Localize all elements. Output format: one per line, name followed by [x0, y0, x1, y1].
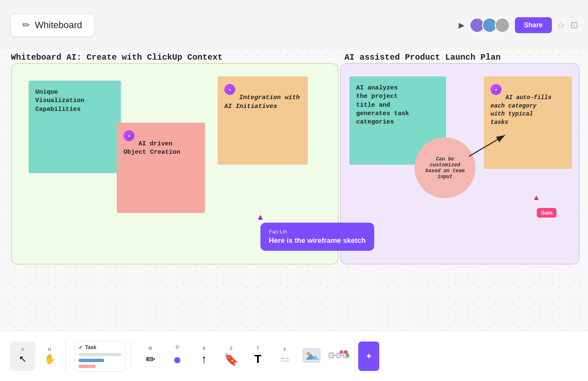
hand-icon: ✋	[44, 354, 55, 365]
cursor-pink-sam: ▲	[533, 193, 540, 202]
pen-tool[interactable]: M ✏	[138, 342, 163, 371]
hand-label: H	[48, 347, 51, 352]
sticky-text-unique: UniqueVisualizationCapabilities	[35, 89, 84, 113]
user-tooltip: Fan Lin Here is the wireframe sketch	[260, 223, 374, 251]
share-button[interactable]: Share	[515, 17, 552, 33]
svg-rect-6	[329, 353, 334, 358]
svg-point-11	[340, 350, 343, 354]
select-tool[interactable]: V ↖	[10, 342, 35, 371]
shape-tool[interactable]: O ●	[165, 342, 190, 371]
ai-icon	[491, 84, 501, 95]
shape-label: O	[176, 345, 179, 349]
avatar-group	[470, 18, 510, 33]
sticky-text-ai-driven: AI drivenObject Creation	[123, 140, 180, 156]
cursor-mode-icon: ▶	[459, 21, 465, 30]
sticky-text-integration: Integration withAI Initiatives	[224, 94, 300, 110]
arrow-tool[interactable]: A ↑	[192, 342, 217, 371]
frame-icon: ▭	[281, 354, 289, 365]
sticky-text-ai-autofills: AI auto-fillseach categorywith typicalta…	[491, 94, 551, 126]
pen-label: M	[149, 346, 152, 351]
svg-point-12	[344, 350, 347, 354]
toolbar: V ↖ H ✋ ✓ Task M ✏ O	[0, 331, 588, 381]
hand-tool[interactable]: H ✋	[37, 342, 62, 371]
sticky-icon: 🔖	[224, 352, 239, 366]
task-card-header: ✓ Task	[79, 344, 121, 350]
ai-icon	[224, 84, 235, 95]
star-icon[interactable]: ☆	[557, 20, 565, 31]
sam-label: Sam	[537, 208, 556, 218]
cursor-purple: ▲	[256, 212, 265, 222]
arrow-icon: ↑	[201, 352, 207, 366]
toolbar-task-group: ✓ Task	[69, 339, 131, 373]
shape-icon: ●	[173, 351, 182, 368]
task-tool[interactable]: ✓ Task	[73, 342, 127, 371]
sticky-tool[interactable]: S 🔖	[218, 342, 244, 371]
task-bar-3	[79, 365, 96, 368]
right-section-label: AI assisted Product Launch Plan	[344, 53, 501, 62]
frame-tool[interactable]: F ▭	[272, 342, 297, 371]
toolbar-select-group: V ↖ H ✋	[7, 339, 66, 373]
media-icon	[302, 348, 321, 365]
header-right: ▶ Share ☆ ⊡	[459, 17, 578, 33]
sticky-label: S	[230, 346, 233, 351]
ai-icon	[123, 130, 134, 141]
sticky-note-teal-left[interactable]: UniqueVisualizationCapabilities	[29, 81, 121, 173]
ai-sparkle-icon: ✦	[365, 351, 373, 361]
ai-tool-button[interactable]: ✦	[358, 342, 379, 371]
task-bar-1	[79, 353, 121, 356]
task-label: Task	[85, 344, 96, 350]
text-tool[interactable]: T T	[245, 342, 270, 371]
more-icon[interactable]: ⊡	[570, 20, 578, 31]
sticky-text-ai-analyzes: AI analyzesthe projecttitle andgenerates…	[356, 84, 409, 126]
frame-label: F	[284, 347, 286, 352]
toolbar-drawing-group: M ✏ O ● A ↑ S 🔖 T T F ▭	[134, 339, 355, 373]
check-icon: ✓	[79, 344, 83, 350]
flow-tool[interactable]	[326, 342, 351, 371]
arrow-graphic	[465, 129, 515, 163]
sticky-text-customize: Can be customized based on team input	[421, 156, 469, 180]
svg-line-1	[469, 135, 505, 156]
page-title: Whiteboard	[35, 20, 82, 31]
edit-icon: ✏	[22, 20, 30, 31]
select-cursor-icon: ↖	[19, 354, 26, 365]
left-section-label: Whiteboard AI: Create with ClickUp Conte…	[11, 53, 223, 62]
arrow-label: A	[202, 346, 205, 351]
svg-point-3	[307, 352, 310, 355]
pen-icon: ✏	[146, 352, 155, 366]
title-box: ✏ Whiteboard	[10, 13, 94, 37]
svg-point-7	[336, 353, 341, 358]
task-card-preview: ✓ Task	[75, 341, 125, 372]
text-label: T	[257, 346, 259, 351]
tooltip-username: Fan Lin	[269, 229, 366, 235]
sticky-note-pink-left[interactable]: AI drivenObject Creation	[117, 123, 205, 213]
avatar	[495, 18, 510, 33]
flow-icon	[328, 348, 349, 365]
select-label: V	[21, 347, 24, 352]
right-board: AI analyzesthe projecttitle andgenerates…	[340, 63, 580, 265]
text-icon: T	[254, 352, 261, 366]
sticky-note-peach-left[interactable]: Integration withAI Initiatives	[218, 76, 308, 165]
header: ✏ Whiteboard ▶ Share ☆ ⊡	[0, 0, 588, 50]
media-tool[interactable]	[299, 342, 324, 371]
task-bar-2	[79, 359, 104, 362]
tooltip-message: Here is the wireframe sketch	[269, 236, 366, 245]
